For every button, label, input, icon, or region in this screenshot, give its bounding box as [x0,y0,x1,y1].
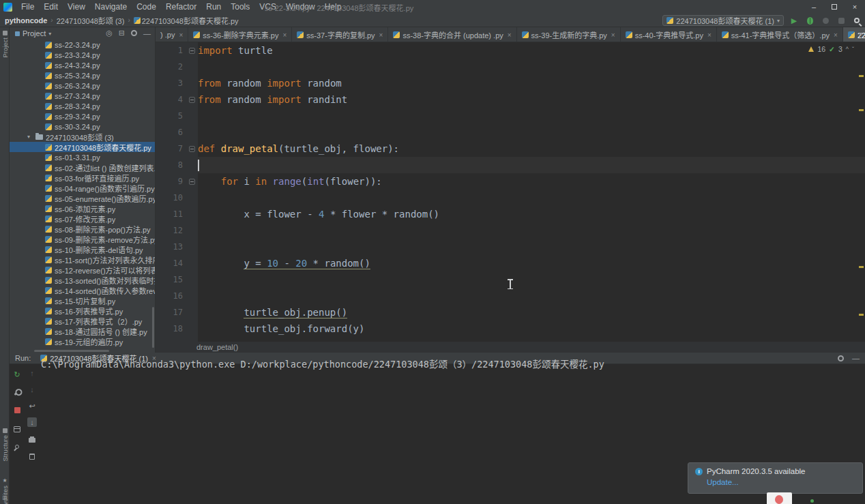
stripe-project-button[interactable]: Project [0,31,10,58]
clear-all-icon[interactable] [27,451,37,461]
tree-item[interactable]: ss-03-for循环直接遍历.py [10,173,155,183]
context-function[interactable]: draw_petal() [196,343,238,351]
maximize-button[interactable] [824,0,845,14]
breadcrumb-project[interactable]: pythoncode [5,16,47,25]
tree-item[interactable]: ss-11-sort()方法对列表永久排序.py [10,254,155,265]
menu-refactor[interactable]: Refactor [161,2,201,12]
fold-marker-icon[interactable] [189,48,195,54]
editor-tab[interactable]: ss-41-字典推导式（筛选）.py× [717,27,843,42]
menu-view[interactable]: View [63,2,90,12]
tree-item[interactable]: ss-30-3.24.py [10,121,155,132]
stop-button[interactable] [836,15,847,26]
editor-tab[interactable]: ss-36-删除字典元素.py× [188,27,292,42]
tree-item[interactable]: 2247103048彭颂春天樱花.py [10,142,155,152]
minimize-button[interactable]: – [804,0,824,14]
code-token: import [198,45,233,56]
tree-item[interactable]: ss-12-reverse()方法可以将列表中的 [10,265,155,275]
menu-navigate[interactable]: Navigate [90,2,132,12]
stripe-structure-button[interactable]: Structure [0,428,10,462]
tree-item[interactable]: ss-09-删除元素-remove方法.py [10,234,155,244]
close-icon[interactable]: × [834,31,838,39]
tree-item[interactable]: ss-07-修改元素.py [10,213,155,224]
tree-item[interactable]: ss-06-添加元素.py [10,203,155,213]
tree-item[interactable]: ss-25-3.24.py [10,70,155,80]
down-stack-trace-icon[interactable]: ↓ [27,385,37,394]
rerun-icon[interactable]: ↻ [12,370,22,379]
project-panel-header[interactable]: Project ▾ ◎ ⊟ — [10,27,155,40]
editor-tab[interactable]: ss-39-生成新的字典.py× [517,27,621,42]
gear-icon[interactable] [838,355,844,361]
menu-run[interactable]: Run [201,2,226,12]
close-icon[interactable]: × [508,31,512,39]
restore-layout-icon[interactable] [12,424,22,434]
collapse-all-button[interactable]: ⊟ [119,29,125,38]
run-button[interactable]: ▶ [789,15,800,26]
fold-marker-icon[interactable] [189,179,195,185]
prev-problem-icon[interactable]: ^ [846,46,849,53]
breadcrumb-folder[interactable]: 2247103048彭颂 (3) [57,15,125,26]
print-icon[interactable] [27,435,37,445]
tree-item[interactable]: ▾2247103048彭颂 (3) [10,132,155,142]
stop-icon[interactable] [12,405,22,415]
up-stack-trace-icon[interactable]: ↑ [27,368,37,378]
close-button[interactable]: × [845,0,865,14]
tree-item[interactable]: ss-23-3.24.py [10,50,155,60]
close-icon[interactable]: × [707,31,712,39]
tree-item[interactable]: ss-17-列表推导式（2）.py [10,316,155,326]
tree-item[interactable]: ss-24-3.24.py [10,60,155,70]
tree-chevron-icon[interactable]: ▾ [27,134,33,140]
tree-item[interactable]: ss-28-3.24.py [10,101,155,111]
debug-button[interactable] [804,15,815,26]
menu-file[interactable]: File [16,2,39,12]
tab-overflow-chevron-icon[interactable]: ▾ [859,30,862,38]
next-problem-icon[interactable]: ˇ [852,46,854,53]
tree-item[interactable]: ss-19-元组的遍历.py [10,336,155,346]
tree-item[interactable]: ss-26-3.24.py [10,80,155,91]
menu-code[interactable]: Code [132,2,161,12]
tree-item[interactable]: ss-18-通过圆括号 () 创建.py [10,326,155,336]
tree-item[interactable]: ss-01-3.31.py [10,152,155,162]
tree-item[interactable]: ss-22-3.24.py [10,40,155,50]
code-editor[interactable]: 1import turtle23from random import rando… [156,42,865,342]
tree-item[interactable]: ss-02-通过list () 函数创建列表.py [10,162,155,173]
tree-item[interactable]: ss-27-3.24.py [10,91,155,101]
gear-icon[interactable] [131,30,137,36]
fold-marker-icon[interactable] [189,146,195,152]
tree-item[interactable]: ss-10-删除元素-del语句.py [10,244,155,254]
wrench-icon[interactable] [12,387,22,397]
fold-marker-icon[interactable] [189,97,195,103]
update-link[interactable]: Update... [707,478,855,486]
tree-item[interactable]: ss-08-删除元素-pop()方法.py [10,224,155,234]
hide-panel-button[interactable]: — [852,354,860,362]
tree-item[interactable]: ss-15-切片复制.py [10,295,155,306]
editor-tab[interactable]: ss-38-字典的合并 (update) .py× [388,27,516,42]
menu-edit[interactable]: Edit [39,2,63,12]
run-configuration-select[interactable]: 2247103048彭颂春天樱花 (1) ▾ [662,15,784,26]
soft-wrap-icon[interactable]: ↩ [27,401,37,411]
tree-item[interactable]: ss-04-range()函数索引遍历.py [10,183,155,193]
tree-item[interactable]: ss-29-3.24.py [10,111,155,121]
scroll-to-end-icon[interactable]: ↓ [27,417,37,427]
coverage-button[interactable] [820,15,831,26]
editor-tab[interactable]: ss-40-字典推导式.py× [621,27,717,42]
tree-item[interactable]: ss-16-列表推导式.py [10,306,155,316]
breadcrumb-file[interactable]: 2247103048彭颂春天樱花.py [142,15,239,26]
close-icon[interactable]: × [179,31,183,39]
tree-item[interactable]: ss-13-sorted()函数对列表临时排序 [10,275,155,285]
pin-icon[interactable] [12,442,22,451]
close-icon[interactable]: × [379,31,383,39]
search-everywhere-button[interactable] [851,15,862,26]
tool-windows-toggle-icon[interactable]: ⊞ [2,494,8,501]
tree-item[interactable]: ss-14-sorted()函数传入参数reverse [10,285,155,295]
hide-panel-button[interactable]: — [143,29,151,38]
close-icon[interactable]: × [611,31,615,39]
tree-vertical-scrollbar[interactable] [152,307,154,348]
close-icon[interactable]: × [283,31,287,39]
locate-file-button[interactable]: ◎ [106,29,113,38]
tree-item[interactable]: ss-05-enumerate()函数遍历.py [10,193,155,203]
inspections-widget[interactable]: 16 ✓ 3 ^ ˇ [808,45,854,53]
editor-tab[interactable]: ss-37-字典的复制.py× [292,27,388,42]
update-notification[interactable]: i PyCharm 2020.3.5 available Update... [688,462,863,494]
menu-tools[interactable]: Tools [226,2,254,12]
editor-tab[interactable]: ) .py× [156,27,188,42]
